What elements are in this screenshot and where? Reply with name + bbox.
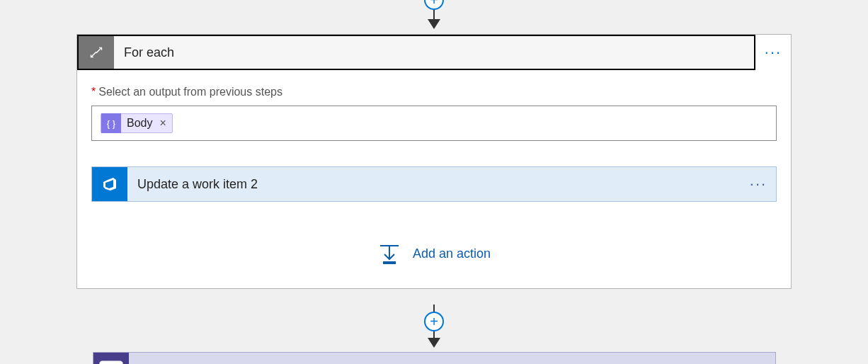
connector-line bbox=[433, 10, 435, 20]
connector-top: + bbox=[424, 0, 444, 29]
close-icon: × bbox=[159, 117, 166, 129]
next-step-icon bbox=[93, 353, 129, 364]
foreach-icon bbox=[79, 36, 114, 69]
insert-action-icon bbox=[377, 241, 401, 266]
ellipsis-icon: ··· bbox=[750, 175, 767, 193]
svg-rect-3 bbox=[99, 361, 122, 365]
nested-action-more-button[interactable]: ··· bbox=[741, 167, 776, 201]
output-field-input[interactable]: { } Body × bbox=[91, 106, 777, 141]
body-token-remove[interactable]: × bbox=[158, 117, 171, 130]
arrow-down-icon bbox=[428, 19, 440, 29]
connector-line bbox=[433, 305, 435, 312]
foreach-more-button[interactable]: ··· bbox=[755, 35, 791, 70]
foreach-title: For each bbox=[114, 36, 754, 69]
arrow-down-icon bbox=[428, 338, 440, 348]
foreach-header[interactable]: For each bbox=[77, 35, 755, 70]
body-token[interactable]: { } Body × bbox=[101, 113, 173, 133]
foreach-body: *Select an output from previous steps { … bbox=[77, 70, 791, 288]
add-action-label: Add an action bbox=[413, 246, 491, 261]
ellipsis-icon: ··· bbox=[765, 43, 782, 62]
foreach-card: For each ··· *Select an output from prev… bbox=[76, 34, 792, 289]
add-step-button-top[interactable]: + bbox=[424, 0, 444, 10]
next-step-card[interactable] bbox=[93, 352, 776, 364]
body-token-label: Body bbox=[121, 117, 158, 130]
add-step-button-mid[interactable]: + bbox=[424, 312, 444, 331]
connector-mid: + bbox=[424, 305, 444, 348]
nested-action-title: Update a work item 2 bbox=[127, 167, 741, 201]
plus-icon: + bbox=[430, 0, 438, 7]
required-indicator: * bbox=[91, 86, 96, 98]
nested-action-card[interactable]: Update a work item 2 ··· bbox=[91, 166, 777, 202]
output-field-label-text: Select an output from previous steps bbox=[98, 86, 282, 98]
plus-icon: + bbox=[430, 314, 438, 329]
add-action-button[interactable]: Add an action bbox=[91, 241, 777, 266]
dynamic-content-icon: { } bbox=[101, 113, 121, 133]
azure-devops-icon bbox=[92, 167, 127, 201]
next-step-title bbox=[129, 353, 775, 364]
output-field-label: *Select an output from previous steps bbox=[91, 86, 777, 98]
